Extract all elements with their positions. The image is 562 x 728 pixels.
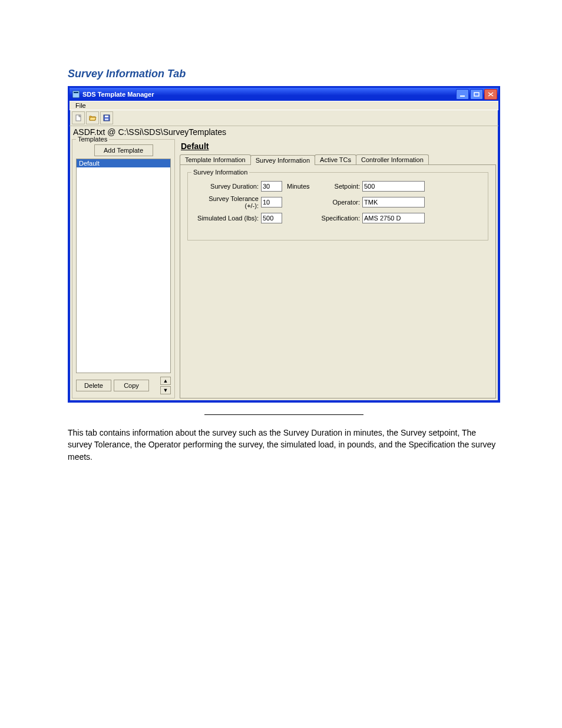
toolbar	[70, 110, 498, 126]
new-file-icon	[74, 114, 82, 122]
survey-duration-input[interactable]	[261, 181, 282, 192]
templates-panel: Templates Add Template Default Delete Co…	[72, 139, 175, 398]
operator-input[interactable]	[362, 197, 425, 207]
app-window: SDS Template Manager File	[68, 86, 500, 403]
menu-file[interactable]: File	[72, 101, 90, 110]
window-title: SDS Template Manager	[82, 91, 456, 98]
svg-rect-7	[105, 118, 108, 120]
save-button[interactable]	[100, 111, 113, 124]
save-disk-icon	[103, 114, 111, 122]
survey-duration-label: Survey Duration:	[194, 183, 259, 190]
file-path: ASDF.txt @ C:\SSi\SDS\SurveyTemplates	[70, 126, 498, 139]
simulated-load-label: Simulated Load (lbs):	[194, 215, 259, 222]
current-template-name: Default	[181, 141, 496, 151]
tolerance-label: Survey Tolerance (+/-):	[194, 195, 259, 209]
tab-content: Survey Information Survey Duration: Minu…	[180, 164, 496, 398]
tab-active-tcs[interactable]: Active TCs	[315, 154, 356, 164]
divider	[204, 414, 363, 415]
specification-input[interactable]	[362, 213, 425, 223]
description-paragraph: This tab contains information about the …	[68, 427, 500, 463]
tab-controller-information[interactable]: Controller Information	[356, 154, 429, 164]
main-panel: Default Template Information Survey Info…	[180, 139, 496, 398]
templates-legend: Templates	[76, 136, 109, 143]
svg-rect-3	[474, 93, 479, 96]
move-down-button[interactable]: ▼	[160, 386, 171, 394]
tab-survey-information[interactable]: Survey Information	[250, 155, 315, 165]
templates-list[interactable]: Default	[76, 159, 171, 373]
tab-template-information[interactable]: Template Information	[180, 154, 251, 164]
section-heading: Survey Information Tab	[68, 68, 500, 80]
new-button[interactable]	[72, 111, 85, 124]
tolerance-input[interactable]	[261, 197, 282, 207]
specification-label: Specification:	[319, 215, 360, 222]
survey-info-legend: Survey Information	[191, 169, 249, 176]
open-button[interactable]	[86, 111, 99, 124]
simulated-load-input[interactable]	[261, 213, 282, 223]
setpoint-input[interactable]	[362, 181, 425, 192]
add-template-button[interactable]: Add Template	[94, 144, 153, 156]
titlebar[interactable]: SDS Template Manager	[70, 88, 498, 101]
menubar: File	[70, 101, 498, 110]
minutes-label: Minutes	[287, 183, 316, 190]
minimize-button[interactable]	[456, 89, 469, 100]
svg-rect-0	[72, 91, 80, 98]
maximize-button[interactable]	[470, 89, 483, 100]
svg-rect-6	[105, 116, 108, 117]
tabstrip: Template Information Survey Information …	[180, 154, 496, 164]
setpoint-label: Setpoint:	[319, 183, 360, 190]
app-icon	[72, 90, 80, 98]
svg-rect-1	[74, 92, 78, 93]
delete-button[interactable]: Delete	[76, 380, 111, 391]
arrow-up-icon: ▲	[163, 378, 168, 384]
svg-rect-2	[460, 95, 465, 97]
arrow-down-icon: ▼	[163, 388, 168, 393]
close-button[interactable]	[484, 89, 497, 100]
operator-label: Operator:	[319, 199, 360, 206]
copy-button[interactable]: Copy	[114, 380, 149, 391]
survey-information-fieldset: Survey Information Survey Duration: Minu…	[187, 172, 488, 241]
move-up-button[interactable]: ▲	[160, 377, 171, 385]
open-folder-icon	[88, 114, 97, 122]
list-item[interactable]: Default	[77, 159, 170, 167]
